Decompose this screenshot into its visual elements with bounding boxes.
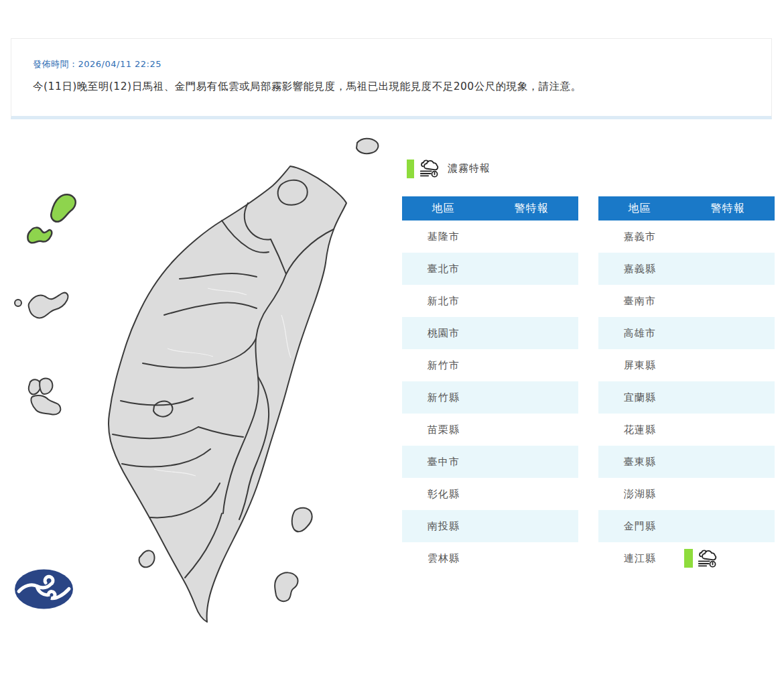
warning-cell [681,285,775,317]
warning-cell [485,446,578,478]
header-region: 地區 [598,196,681,221]
warning-cell [485,285,578,317]
warning-cell [681,542,775,574]
matsu-island-north-highlighted[interactable] [51,194,76,221]
warning-cell [485,542,578,574]
warning-cell [485,510,578,542]
header-warning: 警特報 [681,196,775,221]
table-row: 澎湖縣 [598,478,775,510]
warning-table-right: 地區 警特報 嘉義市嘉義縣臺南市高雄市屏東縣宜蘭縣花蓮縣臺東縣澎湖縣金門縣連江縣 [598,196,775,574]
table-header: 地區 警特報 [402,196,578,221]
warning-cell [485,414,578,446]
table-row: 屏東縣 [598,349,775,381]
region-label: 雲林縣 [402,542,485,574]
region-label: 高雄市 [598,317,681,349]
kinmen-island [29,293,68,318]
fog-icon [698,550,718,568]
table-row: 苗栗縣 [402,414,578,446]
matsu-island-south-highlighted[interactable] [27,228,52,243]
table-row: 連江縣 [598,542,775,574]
weather-bureau-logo [14,568,74,610]
table-row: 桃園市 [402,317,578,349]
table-header: 地區 警特報 [598,196,775,221]
region-label: 臺南市 [598,285,681,317]
table-row: 臺中市 [402,446,578,478]
legend-label: 濃霧特報 [448,162,491,175]
region-label: 桃園市 [402,317,485,349]
penghu-island-2 [40,379,52,394]
table-row: 嘉義縣 [598,253,775,285]
region-label: 澎湖縣 [598,478,681,510]
region-label: 南投縣 [402,510,485,542]
warning-cell [681,414,775,446]
table-row: 臺東縣 [598,446,775,478]
region-label: 金門縣 [598,510,681,542]
table-row: 雲林縣 [402,542,578,574]
liuqiu-island [139,550,155,567]
legend-fog-advisory: 濃霧特報 [407,159,491,178]
region-label: 新竹縣 [402,381,485,414]
advisory-text: 今(11日)晚至明(12)日馬祖、金門易有低雲或局部霧影響能見度，馬祖已出現能見… [33,80,750,94]
green-island [292,508,312,532]
region-label: 嘉義縣 [598,253,681,285]
advisory-notice-card: 發佈時間：2026/04/11 22:25 今(11日)晚至明(12)日馬祖、金… [11,38,772,119]
warning-cell [485,349,578,381]
warning-cell [681,221,775,253]
table-row: 新竹縣 [402,381,578,414]
table-row: 南投縣 [402,510,578,542]
region-label: 臺中市 [402,446,485,478]
region-label: 屏東縣 [598,349,681,381]
region-label: 臺東縣 [598,446,681,478]
warning-cell [485,221,578,253]
orchid-island [275,572,298,601]
fog-advisory-page: 發佈時間：2026/04/11 22:25 今(11日)晚至明(12)日馬祖、金… [0,0,784,691]
warning-cell [681,510,775,542]
warning-table-left: 地區 警特報 基隆市臺北市新北市桃園市新竹市新竹縣苗栗縣臺中市彰化縣南投縣雲林縣 [402,196,578,574]
weather-bureau-logo-svg [14,568,74,610]
table-row: 新北市 [402,285,578,317]
region-label: 連江縣 [598,542,681,574]
warning-cell [485,478,578,510]
table-row: 宜蘭縣 [598,381,775,414]
warning-cell [681,317,775,349]
table-row: 嘉義市 [598,221,775,253]
warning-cell [485,317,578,349]
warning-cell [681,381,775,414]
table-row: 臺北市 [402,253,578,285]
region-label: 基隆市 [402,221,485,253]
table-row: 臺南市 [598,285,775,317]
region-label: 臺北市 [402,253,485,285]
kinmen-islet [15,300,21,306]
table-row: 新竹市 [402,349,578,381]
table-body: 嘉義市嘉義縣臺南市高雄市屏東縣宜蘭縣花蓮縣臺東縣澎湖縣金門縣連江縣 [598,221,775,574]
warning-cell [485,381,578,414]
table-body: 基隆市臺北市新北市桃園市新竹市新竹縣苗栗縣臺中市彰化縣南投縣雲林縣 [402,221,578,574]
fog-warning-color-bar [684,549,693,568]
fog-warning-color-swatch [407,160,414,178]
keelung-islet [356,139,378,153]
region-label: 新北市 [402,285,485,317]
header-region: 地區 [402,196,485,221]
fog-icon [419,160,440,178]
region-label: 宜蘭縣 [598,381,681,414]
warning-cell [681,253,775,285]
region-label: 花蓮縣 [598,414,681,446]
region-label: 彰化縣 [402,478,485,510]
region-label: 嘉義市 [598,221,681,253]
table-row: 金門縣 [598,510,775,542]
penghu-island-1 [29,379,41,394]
warning-cell [681,349,775,381]
warning-cell [681,478,775,510]
region-label: 新竹市 [402,349,485,381]
region-label: 苗栗縣 [402,414,485,446]
header-warning: 警特報 [485,196,578,221]
warning-cell [485,253,578,285]
table-row: 花蓮縣 [598,414,775,446]
table-row: 基隆市 [402,221,578,253]
publish-time: 發佈時間：2026/04/11 22:25 [33,58,750,70]
table-row: 彰化縣 [402,478,578,510]
penghu-island-3 [31,395,60,415]
table-row: 高雄市 [598,317,775,349]
warning-cell [681,446,775,478]
